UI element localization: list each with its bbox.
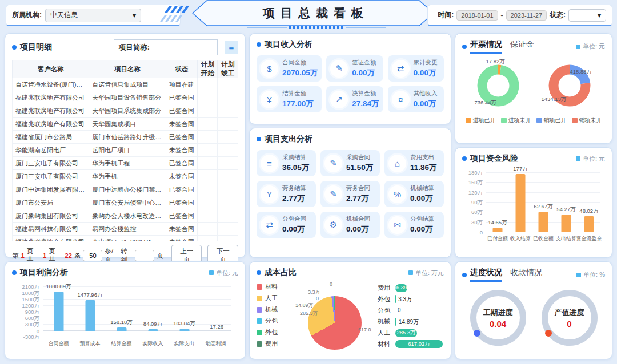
table-cell: [218, 104, 238, 118]
stat-value: 2.77万: [346, 193, 370, 204]
table-row[interactable]: 厦门象屿集团有限公司象屿办公大楼水电改造项目已签合同: [13, 209, 238, 223]
cost-bar-label: 分包: [378, 306, 392, 315]
profit-chart: -300万0300万600万900万1200万1500万1800万2100万18…: [12, 279, 238, 353]
tab-collection-status[interactable]: 收款情况: [510, 268, 542, 282]
table-cell: [218, 118, 238, 131]
unit-label: 单位: %: [583, 270, 605, 279]
project-table-body: 百诺肯净水设备(厦门)有限公司百诺肯信息集成项目项目在建福建兆联房地产有限公司天…: [13, 78, 238, 242]
bar: [516, 174, 526, 232]
table-cell: 岳阳电厂项目: [89, 144, 166, 157]
project-detail-panel: 项目明细 项目简称: ≡ 客户名称项目名称状态计划开始计划竣工 百诺肯净水设备(…: [5, 33, 246, 258]
stat-label: 其他收入: [414, 90, 438, 98]
stat-card: ⌂费用支出11.86万: [384, 150, 444, 176]
gauge-marker-dot: [474, 330, 480, 337]
stat-card: ¥劳务结算2.77万: [257, 181, 316, 207]
table-cell: 已签合同: [166, 104, 197, 118]
table-cell: [197, 131, 218, 144]
panel-title: 项目明细: [20, 42, 52, 52]
table-cell: [197, 196, 218, 209]
stat-card: ¤其他收入0.00万: [388, 86, 444, 112]
donut-label: 736.44万: [475, 99, 497, 107]
legend-label: 进项已开: [473, 116, 496, 124]
table-cell: [218, 236, 238, 242]
table-row[interactable]: 福建省厦门市公路局厦门市仙岳路路灯升级改造项目已签合同: [13, 131, 238, 144]
tab-progress-status[interactable]: 进度状况: [470, 268, 502, 282]
table-cell: [197, 170, 218, 183]
legend-swatch: [536, 118, 542, 123]
stat-value: 36.05万: [282, 163, 309, 173]
org-select[interactable]: 中天信息 ▾: [45, 9, 141, 22]
fund-risk-panel: 项目资金风险 单位: 元 030万60万90万120万150万180万14.65…: [455, 147, 612, 258]
pie-callout-label: 0: [316, 296, 319, 301]
column-header: 计划开始: [197, 60, 218, 78]
legend-item: 人工: [257, 294, 290, 302]
unit-marker: [576, 45, 580, 49]
legend-label: 分包: [265, 317, 278, 325]
stat-value: 11.86万: [410, 163, 437, 173]
goto-page-input[interactable]: [135, 250, 154, 261]
date-end-input[interactable]: 2023-11-27: [506, 10, 547, 21]
table-cell: 厦门市公安局: [13, 196, 89, 209]
project-table: 客户名称项目名称状态计划开始计划竣工 百诺肯净水设备(厦门)有限公司百诺肯信息集…: [12, 60, 238, 241]
x-axis-label: 支出结算: [556, 235, 576, 242]
table-row[interactable]: 福建兆联房地产有限公司天华园项目设备销售部分已签合同: [13, 91, 238, 104]
table-cell: [197, 144, 218, 157]
table-cell: [218, 223, 238, 236]
date-start-input[interactable]: 2018-01-01: [456, 10, 498, 21]
table-row[interactable]: 福建易网科技有限公司易网办公楼监控未签合同: [13, 223, 238, 236]
list-icon[interactable]: ≡: [225, 41, 238, 54]
column-header: 状态: [166, 60, 197, 78]
y-tick-label: -300万: [23, 334, 39, 341]
legend-swatch: [257, 341, 262, 347]
legend-swatch: [572, 118, 578, 123]
project-search-input[interactable]: [154, 40, 217, 55]
page-title: 项目总裁看板: [192, 0, 434, 26]
x-axis-label: 实际收入: [143, 340, 163, 347]
column-header: 客户名称: [13, 60, 89, 78]
cost-bar-fill: 156.39万: [395, 284, 407, 292]
table-cell: 厦门象屿集团有限公司: [13, 209, 89, 223]
project-table-wrap: 客户名称项目名称状态计划开始计划竣工 百诺肯净水设备(厦门)有限公司百诺肯信息集…: [12, 60, 238, 241]
search-label: 项目简称:: [114, 40, 154, 55]
expense-cards: ≡采购结算36.05万✎采购合同51.50万⌂费用支出11.86万¥劳务结算2.…: [257, 150, 444, 238]
table-cell: [197, 118, 218, 131]
title-dot: [257, 42, 261, 47]
panel-title: 成本占比: [265, 268, 297, 278]
bar: [562, 215, 571, 232]
table-row[interactable]: 华能湖南岳阳电厂岳阳电厂项目未签合同: [13, 144, 238, 157]
y-tick-label: 90万: [471, 199, 483, 207]
table-row[interactable]: 福建兆联房地产有限公司天华园项目系统集成部分已签合同: [13, 104, 238, 118]
x-axis-label: 已付金额: [487, 235, 508, 242]
page-size-input[interactable]: [83, 250, 102, 261]
donut-chart: [535, 56, 604, 115]
table-cell: [218, 144, 238, 157]
stat-card: ✎签证金额0.00万: [326, 55, 383, 82]
legend-swatch: [501, 118, 507, 123]
table-row[interactable]: 百诺肯净水设备(厦门)有限公司百诺肯信息集成项目项目在建: [13, 78, 238, 91]
table-row[interactable]: 厦门三安电子有限公司华为手机工程已签合同: [13, 157, 238, 170]
status-select[interactable]: ▾: [568, 9, 606, 22]
table-row[interactable]: 福建兆联房地产有限公司变电项目（1x800kVA箱变柜）未签合同: [13, 236, 238, 242]
table-row[interactable]: 厦门三安电子有限公司华为手机未签合同: [13, 170, 238, 183]
unit-label: 单位: 万元: [415, 269, 444, 277]
table-row[interactable]: 厦门市公安局厦门市公安局侦查中心办公设...已签合同: [13, 196, 238, 209]
table-cell: 厦门中远集团发展有限公司: [13, 183, 89, 196]
unit-label: 单位: 元: [216, 269, 238, 277]
table-row[interactable]: 福建兆联房地产有限公司天华园集成项目未签合同: [13, 118, 238, 131]
tab-invoice-status[interactable]: 开票情况: [470, 39, 502, 54]
x-axis-label: 预算成本: [80, 340, 101, 347]
table-cell: [197, 236, 218, 242]
table-cell: 百诺肯净水设备(厦门)有限公司: [13, 78, 89, 91]
table-cell: 项目在建: [166, 78, 197, 91]
tab-deposit[interactable]: 保证金: [510, 39, 534, 54]
stat-card: ↗决算金额27.84万: [326, 86, 383, 112]
legend-swatch: [257, 330, 262, 335]
y-tick-label: 180万: [468, 169, 483, 177]
stat-value: 2.77万: [282, 193, 306, 204]
output-invoice-donut: 418.88万 1434.13万: [535, 56, 604, 115]
table-row[interactable]: 厦门中远集团发展有限公司厦门中远新办公楼门禁系统已签合同: [13, 183, 238, 196]
banner-line-right: [346, 27, 386, 28]
header-right: 时间: 2018-01-01 - 2023-11-27 状态: ▾: [427, 5, 612, 26]
stat-label: 决算金额: [352, 90, 379, 98]
stat-value: 0.00万: [282, 224, 306, 234]
